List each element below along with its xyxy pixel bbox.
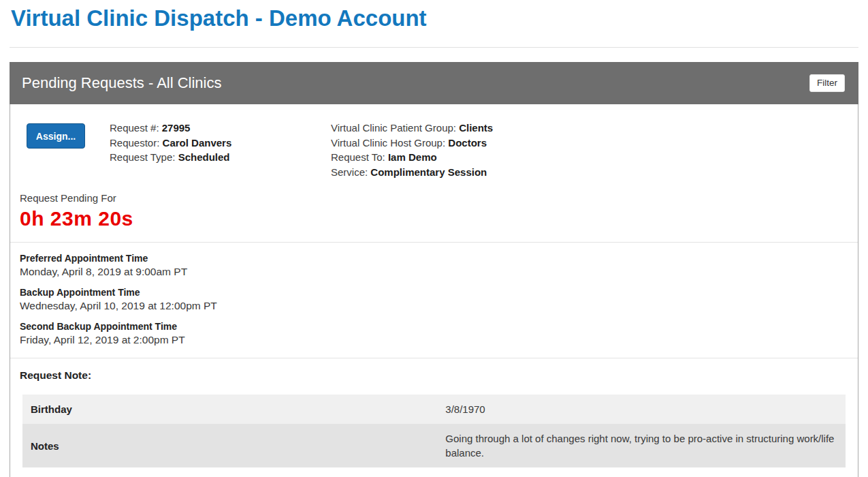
detail-request-type: Request Type: Scheduled: [110, 150, 331, 165]
preferred-appointment: Preferred Appointment Time Monday, April…: [20, 253, 858, 278]
request-summary-row: Assign... Request #: 27995 Requestor: Ca…: [10, 121, 858, 179]
panel-header-title: Pending Requests - All Clinics: [22, 74, 221, 92]
request-note-label: Request Note:: [20, 369, 858, 382]
second-backup-appointment: Second Backup Appointment Time Friday, A…: [20, 321, 858, 346]
appointments-section: Preferred Appointment Time Monday, April…: [20, 253, 858, 346]
panel-header: Pending Requests - All Clinics Filter: [10, 62, 858, 104]
detail-service: Service: Complimentary Session: [331, 165, 858, 180]
request-details-left: Request #: 27995 Requestor: Carol Danver…: [110, 121, 331, 165]
note-field-value: Going through a lot of changes right now…: [437, 424, 846, 467]
section-divider: [10, 242, 858, 243]
assign-column: Assign...: [10, 121, 110, 149]
panel-body: Assign... Request #: 27995 Requestor: Ca…: [10, 104, 858, 477]
table-row-birthday: Birthday 3/8/1970: [22, 395, 846, 424]
pending-requests-panel: Pending Requests - All Clinics Filter As…: [10, 62, 858, 477]
assign-button[interactable]: Assign...: [27, 123, 85, 149]
title-divider: [10, 47, 858, 48]
section-divider: [10, 358, 858, 358]
pending-label: Request Pending For: [20, 192, 858, 204]
detail-patient-group: Virtual Clinic Patient Group: Clients: [331, 121, 858, 136]
detail-request-to: Request To: Iam Demo: [331, 150, 858, 165]
request-note-table: Birthday 3/8/1970 Notes Going through a …: [22, 395, 846, 467]
filter-button[interactable]: Filter: [809, 74, 845, 92]
pending-block: Request Pending For 0h 23m 20s: [20, 192, 858, 230]
note-field-label: Notes: [22, 424, 437, 467]
detail-requestor: Requestor: Carol Danvers: [110, 136, 331, 151]
page: Virtual Clinic Dispatch - Demo Account P…: [0, 0, 868, 477]
page-title: Virtual Clinic Dispatch - Demo Account: [10, 0, 858, 31]
note-field-label: Birthday: [22, 395, 437, 424]
backup-appointment: Backup Appointment Time Wednesday, April…: [20, 287, 858, 312]
detail-host-group: Virtual Clinic Host Group: Doctors: [331, 136, 858, 151]
request-details-right: Virtual Clinic Patient Group: Clients Vi…: [331, 121, 858, 179]
detail-request-number: Request #: 27995: [110, 121, 331, 136]
table-row-notes: Notes Going through a lot of changes rig…: [22, 424, 846, 467]
note-field-value: 3/8/1970: [437, 395, 846, 424]
pending-timer: 0h 23m 20s: [20, 207, 858, 230]
